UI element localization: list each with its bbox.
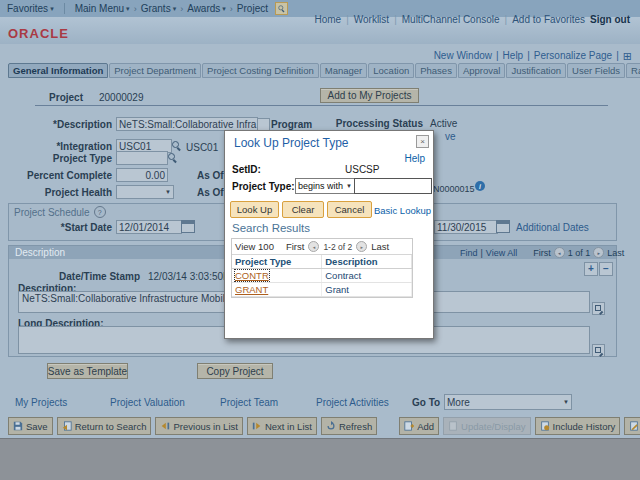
last-label[interactable]: Last (371, 241, 389, 252)
first-label[interactable]: First (533, 248, 551, 258)
project-valuation-link[interactable]: Project Valuation (110, 397, 185, 408)
tab-justification[interactable]: Justification (506, 63, 566, 78)
save-button[interactable]: Save (8, 417, 53, 435)
help-icon[interactable]: ? (94, 206, 106, 218)
correct-history-button[interactable]: Correct History (624, 417, 640, 435)
add-row-button[interactable]: + (584, 262, 598, 276)
main-menu[interactable]: Main Menu▾ (75, 3, 130, 14)
breadcrumb-awards[interactable]: Awards▾ (187, 3, 226, 14)
chevron-down-icon: ▾ (50, 5, 54, 13)
worklist-link[interactable]: Worklist (354, 14, 389, 25)
prev-page-icon[interactable]: ◂ (308, 241, 319, 252)
basic-lookup-link[interactable]: Basic Lookup (374, 205, 431, 216)
add-to-favorites-link[interactable]: Add to Favorites (512, 14, 585, 25)
tab-manager[interactable]: Manager (320, 63, 368, 78)
personalize-grid-icon[interactable]: ⊞ (623, 51, 632, 61)
result-link-grant[interactable]: GRANT (235, 284, 268, 295)
expand-textarea-icon[interactable] (592, 302, 605, 315)
description-input[interactable]: NeTS:Small:Collaborative Infra (116, 117, 258, 131)
calendar-icon[interactable] (181, 220, 195, 233)
return-to-search-icon (62, 421, 72, 431)
end-date-input[interactable]: 11/30/2015 (434, 220, 498, 234)
view-all-link[interactable]: View All (486, 248, 517, 258)
tab-project-department[interactable]: Project Department (109, 63, 201, 78)
add-to-my-projects-button[interactable]: Add to My Projects (320, 88, 419, 103)
calendar-icon-2[interactable] (496, 220, 510, 233)
save-as-template-button[interactable]: Save as Template (47, 363, 128, 379)
project-value: 20000029 (99, 92, 144, 103)
go-to-select[interactable]: More▼ (444, 394, 572, 410)
percent-complete-input[interactable]: 0.00 (116, 168, 168, 182)
modal-project-type-label: Project Type: (232, 181, 295, 192)
operator-select[interactable]: begins with▼ (295, 178, 355, 194)
search-icon (278, 5, 286, 13)
tab-rates[interactable]: Rates (626, 63, 640, 78)
refresh-button[interactable]: Refresh (321, 417, 377, 435)
breadcrumb-project[interactable]: Project (237, 3, 268, 14)
last-label[interactable]: Last (607, 248, 624, 258)
tab-approval[interactable]: Approval (458, 63, 506, 78)
include-history-icon (540, 421, 550, 431)
tab-phases[interactable]: Phases (415, 63, 457, 78)
integration-label: *Integration (0, 141, 112, 152)
project-type-lookup-icon[interactable] (167, 152, 178, 163)
project-schedule-title: Project Schedule? (14, 206, 106, 218)
find-link[interactable]: Find (460, 248, 478, 258)
include-history-button[interactable]: Include History (535, 417, 621, 435)
correct-history-icon (629, 421, 639, 431)
multichannel-console-link[interactable]: MultiChannel Console (402, 14, 500, 25)
new-window-link[interactable]: New Window (434, 50, 492, 61)
results-table: Project Type Description CONTR Contract … (232, 255, 412, 297)
results-grid: View 100 First ◂ 1-2 of 2 ▸ Last Project… (231, 238, 413, 298)
tab-user-fields[interactable]: User Fields (567, 63, 625, 78)
copy-project-button[interactable]: Copy Project (197, 363, 273, 379)
project-health-select[interactable]: ▼ (116, 185, 174, 199)
delete-row-button[interactable]: − (599, 262, 613, 276)
my-projects-link[interactable]: My Projects (15, 397, 67, 408)
project-team-link[interactable]: Project Team (220, 397, 278, 408)
info-icon[interactable]: i (475, 181, 485, 191)
modal-help-link[interactable]: Help (404, 153, 425, 164)
project-type-search-input[interactable] (354, 178, 432, 194)
tab-location[interactable]: Location (368, 63, 414, 78)
look-up-button[interactable]: Look Up (230, 201, 279, 218)
sign-out-link[interactable]: Sign out (590, 14, 630, 25)
result-link-contr[interactable]: CONTR (235, 270, 269, 281)
datetime-stamp-label: Date/Time Stamp (0, 271, 140, 282)
view-100-link[interactable]: View 100 (235, 241, 274, 252)
first-label[interactable]: First (286, 241, 304, 252)
next-page-icon[interactable]: ▸ (593, 247, 604, 258)
next-page-icon[interactable]: ▸ (356, 241, 367, 252)
table-row: CONTR Contract (232, 269, 412, 283)
next-in-list-button[interactable]: Next in List (247, 417, 317, 435)
expand-textarea-icon-2[interactable] (592, 344, 605, 357)
help-link[interactable]: Help (503, 50, 524, 61)
previous-in-list-icon (160, 421, 170, 431)
start-date-input[interactable]: 12/01/2014 (116, 220, 182, 234)
setid-value: USCSP (345, 164, 379, 175)
project-activities-link[interactable]: Project Activities (316, 397, 389, 408)
processing-status-value: Active (430, 118, 457, 129)
close-icon[interactable]: × (416, 135, 429, 148)
home-link[interactable]: Home (314, 14, 341, 25)
integration-lookup-icon[interactable] (171, 140, 182, 151)
personalize-page-link[interactable]: Personalize Page (534, 50, 612, 61)
refresh-icon (326, 421, 336, 431)
additional-dates-link[interactable]: Additional Dates (516, 222, 589, 233)
description-label: *Description (0, 119, 112, 130)
prev-page-icon[interactable]: ◂ (554, 247, 565, 258)
cancel-button[interactable]: Cancel (327, 201, 372, 218)
peoplesoft-window: Favorites▾ Main Menu▾ › Grants▾ › Awards… (0, 0, 640, 480)
breadcrumb-search-icon[interactable] (275, 2, 288, 15)
previous-in-list-button[interactable]: Previous in List (155, 417, 242, 435)
project-type-input[interactable] (116, 151, 168, 165)
next-in-list-icon (252, 421, 262, 431)
add-button[interactable]: Add (399, 417, 439, 435)
tab-project-costing-definition[interactable]: Project Costing Definition (202, 63, 319, 78)
favorites-menu[interactable]: Favorites▾ (7, 3, 54, 14)
tab-general-information[interactable]: General Information (8, 63, 108, 78)
return-to-search-button[interactable]: Return to Search (57, 417, 152, 435)
breadcrumb-grants[interactable]: Grants▾ (141, 3, 177, 14)
add-icon (404, 421, 414, 431)
clear-button[interactable]: Clear (282, 201, 324, 218)
